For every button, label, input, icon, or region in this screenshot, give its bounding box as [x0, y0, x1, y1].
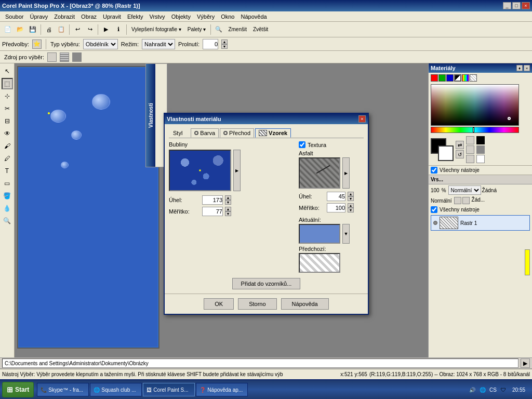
zdroj-icon-3[interactable]: [72, 52, 82, 62]
straighten-tool[interactable]: ⊟: [2, 115, 13, 127]
menu-zobrazit[interactable]: Zobrazit: [51, 12, 78, 21]
menu-vrstvy[interactable]: Vrstvy: [146, 12, 168, 21]
vector-tool[interactable]: ▭: [2, 178, 13, 189]
address-go-button[interactable]: ▶: [521, 358, 530, 368]
paint-tool[interactable]: 🖊: [2, 153, 13, 164]
rezim-select[interactable]: Nahradit: [142, 39, 175, 49]
palette-button[interactable]: Palety ▾: [185, 24, 209, 35]
minimize-button[interactable]: _: [503, 2, 511, 9]
taskbar-item-corel[interactable]: 🖼 Corel Paint S...: [143, 383, 195, 396]
close-button[interactable]: ×: [522, 2, 530, 9]
cancel-button[interactable]: Storno: [238, 298, 276, 310]
taskbar-item-squash[interactable]: 🌐 Squash club ...: [90, 383, 142, 396]
tray-icon-2[interactable]: 🌐: [478, 385, 487, 394]
maximize-button[interactable]: □: [512, 2, 521, 9]
ok-button[interactable]: OK: [204, 298, 234, 310]
swatch-red[interactable]: [431, 74, 438, 82]
materials-pin-button[interactable]: ♦: [516, 65, 523, 71]
swatch-transparent[interactable]: [470, 74, 477, 82]
blend-mode-select[interactable]: Normální: [448, 185, 481, 195]
menu-vybery[interactable]: Výběry: [194, 12, 218, 21]
deform-tool[interactable]: ⊹: [2, 90, 13, 102]
clone-tool[interactable]: 🖌: [2, 140, 13, 152]
uhel-down[interactable]: ▼: [225, 200, 231, 205]
tray-icon-security[interactable]: 🛡: [499, 385, 508, 394]
aktualni-expand[interactable]: ▼: [342, 224, 350, 244]
meritko-input[interactable]: 77: [202, 207, 223, 216]
swap-colors-button[interactable]: ⇄: [456, 141, 464, 149]
taskbar-item-napoveda[interactable]: ❓ Nápověda ap...: [196, 383, 248, 396]
prolnuti-up[interactable]: ▲: [221, 39, 228, 44]
text-tool[interactable]: T: [2, 165, 13, 177]
zoom-out-button[interactable]: Zmenšit: [225, 24, 249, 35]
texture-meritko-up[interactable]: ▲: [348, 203, 354, 208]
taskbar-item-skype[interactable]: 📞 Skype™ - fra...: [37, 383, 89, 396]
texture-meritko-input[interactable]: 100: [327, 203, 345, 212]
new-button[interactable]: 📄: [2, 24, 14, 35]
background-color[interactable]: [438, 145, 454, 161]
canvas-blue[interactable]: [18, 67, 158, 348]
save-button[interactable]: 💾: [27, 24, 38, 35]
color-gradient[interactable]: [431, 84, 519, 126]
prolnuti-down[interactable]: ▼: [221, 44, 228, 49]
tab-vzorek[interactable]: Vzorek: [255, 128, 291, 138]
menu-upravy[interactable]: Úpravy: [26, 12, 51, 21]
crop-tool[interactable]: ✂: [2, 103, 13, 114]
texture-meritko-down[interactable]: ▼: [348, 208, 354, 212]
help-button[interactable]: Nápověda: [281, 298, 329, 310]
redeye-tool[interactable]: 👁: [2, 128, 13, 139]
menu-soubor[interactable]: Soubor: [2, 12, 26, 21]
open-button[interactable]: 📂: [15, 24, 26, 35]
undo-button[interactable]: ↩: [72, 24, 83, 35]
menu-okno[interactable]: Okno: [218, 12, 237, 21]
texture-nav-button[interactable]: ▶: [342, 157, 350, 189]
zoom-tool[interactable]: 🔍: [2, 215, 13, 227]
menu-upravit[interactable]: Upravit: [100, 12, 124, 21]
info-button[interactable]: ℹ: [113, 24, 124, 35]
uhel-input[interactable]: 173: [202, 195, 223, 205]
swatch-rainbow[interactable]: [462, 74, 469, 82]
meritko-down[interactable]: ▼: [225, 211, 231, 216]
zdroj-icon-2[interactable]: [60, 52, 69, 62]
reset-colors-button[interactable]: ↺: [456, 150, 464, 158]
dialog-close-button[interactable]: ×: [358, 115, 366, 123]
swatch-blue[interactable]: [446, 74, 454, 82]
zoom-in-button[interactable]: Zvětšit: [250, 24, 271, 35]
swatch-bw[interactable]: [454, 74, 461, 82]
tray-icon-lang[interactable]: CS: [489, 385, 497, 394]
menu-obraz[interactable]: Obraz: [78, 12, 100, 21]
copy-button[interactable]: 📋: [56, 24, 67, 35]
prolnuti-input[interactable]: 0: [203, 39, 218, 49]
typ-vyberu-select[interactable]: Obdélník: [83, 39, 118, 49]
flood-tool[interactable]: 🪣: [2, 190, 13, 202]
print-button[interactable]: 🖨: [43, 24, 55, 35]
uhel-up[interactable]: ▲: [225, 195, 231, 200]
predvolby-icon[interactable]: ⭐: [32, 39, 42, 49]
redo-button[interactable]: ↪: [84, 24, 96, 35]
texture-checkbox[interactable]: [299, 141, 305, 148]
all-tools-checkbox-2[interactable]: [431, 206, 437, 213]
tray-icon-1[interactable]: 🔊: [468, 385, 476, 394]
arrow-tool[interactable]: ↖: [2, 65, 13, 77]
start-button[interactable]: ⊞ Start: [2, 382, 34, 397]
all-tools-checkbox[interactable]: [431, 167, 437, 174]
tab-prechod[interactable]: Přechod: [220, 128, 254, 138]
zdroj-icon-1[interactable]: [47, 52, 57, 62]
tab-barva[interactable]: Barva: [191, 128, 219, 138]
prolnuti-spinner[interactable]: ▲ ▼: [221, 39, 228, 49]
menu-objekty[interactable]: Objekty: [168, 12, 194, 21]
menu-napoveda[interactable]: Nápověda: [237, 12, 270, 21]
address-input[interactable]: C:\Documents and Settings\Administrator\…: [2, 358, 518, 368]
texture-uhel-up[interactable]: ▲: [348, 192, 354, 196]
materials-close-button[interactable]: ×: [524, 65, 530, 71]
menu-efekty[interactable]: Efekty: [124, 12, 147, 21]
enhancement-button[interactable]: Vylepšení fotografie ▾: [129, 24, 184, 35]
texture-uhel-input[interactable]: 45: [327, 192, 345, 201]
dropper-tool[interactable]: 💧: [2, 203, 13, 214]
script-button[interactable]: ▶: [100, 24, 112, 35]
swatch-green[interactable]: [438, 74, 446, 82]
hue-bar[interactable]: [431, 127, 519, 133]
texture-uhel-down[interactable]: ▼: [348, 196, 354, 201]
pattern-next-button[interactable]: ▶: [233, 150, 241, 191]
meritko-up[interactable]: ▲: [225, 207, 231, 211]
